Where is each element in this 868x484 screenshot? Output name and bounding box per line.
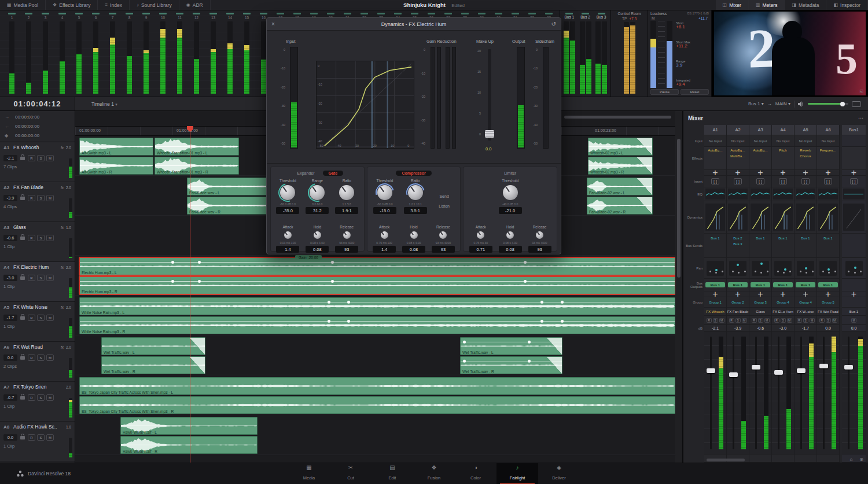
insert-icon[interactable]: [ ]	[734, 178, 742, 184]
add-icon[interactable]: +	[795, 170, 816, 176]
track-header-a8[interactable]: A8Audio FX Hawk Sc..1.00.0RSM1 Clip	[0, 422, 75, 461]
mixer-cell-insert[interactable]: [ ]	[795, 176, 816, 187]
mute-button[interactable]: M	[742, 318, 747, 323]
track-header-a4[interactable]: A4FX Electric Humfx2.0-3.0RSM1 Clip	[0, 262, 75, 302]
mixer-cell-fx[interactable]: AutoEq…	[749, 147, 771, 170]
pan-control[interactable]	[845, 261, 863, 276]
mixer-cell-fx[interactable]: Pitch	[772, 147, 794, 170]
ratio-value[interactable]: 1.9:1	[335, 207, 358, 214]
effect-name[interactable]: Frequen…	[820, 148, 836, 154]
automation-point[interactable]	[198, 261, 201, 264]
add-icon[interactable]: +	[727, 170, 749, 176]
mixer-cell-busout[interactable]: Bus 1	[749, 279, 771, 291]
page-tab-fusion[interactable]: ❖Fusion	[413, 463, 455, 484]
tab-compressor[interactable]: Compressor	[396, 171, 431, 176]
add-icon[interactable]: +	[817, 170, 839, 176]
fader-db-value[interactable]: -3.9	[727, 325, 749, 332]
fade-out-handle[interactable]	[637, 157, 652, 174]
fader-db-value[interactable]: 0.0	[842, 325, 866, 332]
track-header-a1[interactable]: A1FX Whooshfx2.0-2.1RSM7 Clips	[0, 142, 75, 182]
group-assignment[interactable]: Group 4	[795, 297, 816, 308]
expand-viewer-icon[interactable]: ◱	[859, 89, 863, 94]
mute-button[interactable]: M	[46, 275, 54, 281]
input-select[interactable]: No Input	[727, 135, 749, 147]
strip-header[interactable]: A2	[727, 125, 749, 135]
arm-button[interactable]: R	[28, 155, 35, 161]
fade-out-handle[interactable]	[637, 138, 652, 155]
solo-button[interactable]: S	[37, 354, 45, 361]
hold-knob[interactable]	[505, 230, 515, 240]
mixer-cell-pan[interactable]	[704, 258, 726, 279]
audio-clip[interactable]: Electric Hum.mp3 - L	[79, 257, 675, 275]
fader-handle[interactable]	[774, 370, 783, 375]
mute-button[interactable]: M	[764, 318, 770, 323]
pan-control[interactable]	[797, 261, 814, 276]
topbar-button-adr[interactable]: ◉ADR	[179, 0, 211, 10]
page-tab-edit[interactable]: ▤Edit	[372, 463, 413, 484]
dynamics-thumbnail[interactable]	[704, 201, 726, 234]
solo-button[interactable]: S	[37, 195, 45, 201]
automation-point[interactable]	[524, 280, 527, 283]
bus-send[interactable]: Bus 3	[733, 241, 742, 247]
release-value[interactable]: 93	[335, 246, 358, 253]
solo-button[interactable]: S	[781, 318, 786, 323]
mixer-cell-sends[interactable]: Bus 2Bus 3	[727, 234, 749, 258]
automation-point[interactable]	[528, 341, 531, 343]
track-name[interactable]: FX Fan Blade	[13, 184, 58, 190]
automation-point[interactable]	[463, 341, 466, 343]
monitor-dest-select[interactable]: MAIN ▾	[775, 101, 790, 106]
add-icon[interactable]: +	[749, 291, 771, 297]
track-gain-value[interactable]: -0.6	[3, 235, 17, 241]
hold-value[interactable]: 0.08	[402, 246, 425, 253]
fader-db-value[interactable]: 0.0	[817, 325, 839, 332]
audio-clip[interactable]: Fan-Blade.wav - L	[187, 178, 267, 195]
threshold-knob[interactable]	[376, 184, 393, 201]
attack-knob[interactable]	[476, 230, 486, 240]
dynamics-thumbnail[interactable]	[727, 201, 749, 234]
volume-handle[interactable]	[840, 102, 845, 106]
page-tab-cut[interactable]: ✂Cut	[330, 463, 372, 484]
mixer-cell-insert[interactable]: [ ]	[704, 176, 726, 187]
arm-button[interactable]: R	[28, 235, 35, 241]
effect-name[interactable]: AutoEq…	[730, 148, 745, 154]
makeup-slider[interactable]	[488, 49, 491, 141]
audio-clip[interactable]: Hawk-White-h.aif - L	[120, 417, 258, 435]
audio-clip[interactable]: Whoosh-02.mp3 - L	[588, 138, 653, 156]
fade-out-handle[interactable]	[190, 357, 205, 374]
solo-button[interactable]: S	[735, 318, 741, 323]
lock-icon[interactable]	[20, 356, 25, 360]
fader-area[interactable]	[842, 332, 866, 455]
dynamics-thumbnail[interactable]	[749, 201, 771, 234]
group-assignment[interactable]: Group 2	[727, 297, 749, 308]
mixer-cell-foot[interactable]	[817, 455, 839, 463]
arm-button[interactable]: R	[28, 315, 35, 321]
audio-clip[interactable]: White Noise Rain.mp3 - R	[79, 316, 675, 334]
lock-icon[interactable]	[20, 396, 25, 400]
effect-name[interactable]: AutoEq…	[753, 148, 768, 154]
bus-output[interactable]: Bus 1	[705, 282, 724, 287]
arm-button[interactable]: R	[707, 318, 712, 323]
timeline-vertical-scrollbar[interactable]	[675, 111, 683, 463]
pause-button[interactable]: Pause	[650, 89, 679, 95]
eq-thumbnail[interactable]	[842, 187, 866, 201]
mute-button[interactable]: M	[719, 318, 724, 323]
insert-icon[interactable]: [ ]	[779, 178, 787, 184]
fade-out-handle[interactable]	[547, 357, 562, 374]
timeline-horizontal-scrollbar[interactable]	[564, 116, 671, 119]
bus-send[interactable]: Bus 1	[778, 235, 787, 241]
page-tab-color[interactable]: ◑Color	[455, 463, 496, 484]
eq-thumbnail[interactable]	[704, 187, 726, 201]
mixer-cell-busout[interactable]: Bus 1	[817, 279, 839, 291]
mute-button[interactable]: M	[46, 315, 54, 321]
mixer-cell-insert[interactable]: [ ]	[772, 176, 794, 187]
eq-thumbnail[interactable]	[817, 187, 839, 201]
track-name[interactable]: FX Whoosh	[13, 145, 58, 150]
track-header-a3[interactable]: A3Glassfx1.0-0.6RSM1 Clip	[0, 222, 75, 262]
track-gain-value[interactable]: -3.9	[3, 195, 17, 201]
mixer-cell-pan[interactable]	[772, 258, 794, 279]
solo-button[interactable]: S	[713, 318, 718, 323]
mixer-cell-foot[interactable]	[749, 455, 771, 463]
mixer-cell-rsm[interactable]: M	[842, 316, 866, 325]
home-icon[interactable]: ⌂	[849, 457, 852, 462]
mixer-cell-insert[interactable]: [ ]	[749, 176, 771, 187]
